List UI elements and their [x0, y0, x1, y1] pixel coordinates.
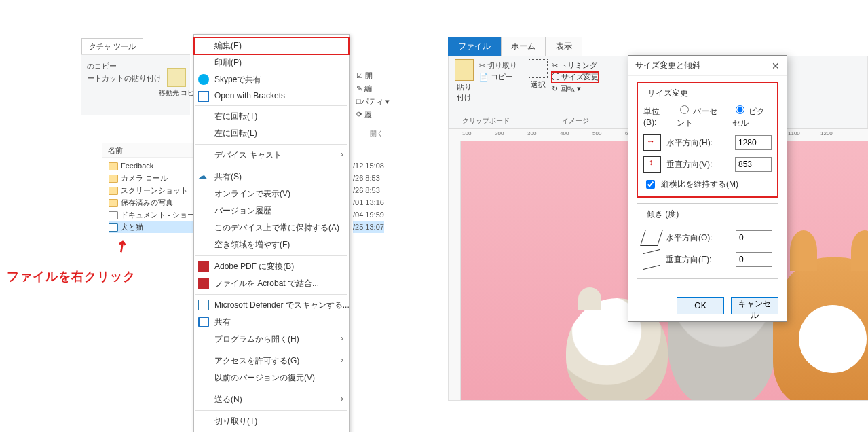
ruler-tick: 100	[462, 130, 471, 137]
move-folder-icon	[167, 68, 186, 87]
paint-window: ファイル ホーム 表示 貼り付け ✂ 切り取り 📄 コピー クリップボード	[448, 37, 868, 401]
context-menu-item[interactable]: Adobe PDF に変換(B)	[194, 258, 349, 275]
context-menu-item[interactable]: オンラインで表示(V)	[194, 185, 349, 202]
paste-icon	[455, 59, 474, 81]
resize-button[interactable]: ⛶ サイズ変更	[552, 72, 599, 82]
file-icon	[109, 211, 118, 219]
ok-button[interactable]: OK	[677, 297, 724, 314]
vertical-size-icon	[643, 156, 661, 173]
context-menu[interactable]: 編集(E)印刷(P)Skypeで共有Open with Brackets右に回転…	[193, 34, 350, 432]
copy-button[interactable]: 📄 コピー	[479, 72, 517, 82]
paste-button[interactable]: 貼り付け	[454, 82, 475, 103]
horizontal-size-icon	[643, 134, 661, 151]
file-icon	[109, 175, 118, 183]
ruler-tick: 200	[495, 130, 504, 137]
adobe-icon	[198, 261, 209, 272]
cancel-button[interactable]: キャンセル	[731, 297, 778, 314]
context-menu-item[interactable]: 切り取り(T)	[194, 413, 349, 430]
vertical-label: 垂直方向(V):	[666, 159, 730, 170]
context-menu-item[interactable]: 共有	[194, 314, 349, 331]
explorer-tool-tab[interactable]: クチャ ツール	[81, 38, 143, 55]
context-menu-item[interactable]: ファイルを Acrobat で結合...	[194, 275, 349, 292]
context-menu-item[interactable]: 左に回転(L)	[194, 125, 349, 142]
tab-view[interactable]: 表示	[546, 37, 582, 56]
file-icon	[109, 199, 118, 207]
cut-button[interactable]: ✂ 切り取り	[479, 60, 517, 71]
rotate-button[interactable]: ↻ 回転 ▾	[552, 84, 599, 94]
ribbon-image: 選択 ✂ トリミング ⛶ サイズ変更 ↻ 回転 ▾ イメージ	[523, 56, 628, 128]
context-menu-item[interactable]: 以前のバージョンの復元(V)	[194, 370, 349, 386]
tab-file[interactable]: ファイル	[448, 37, 501, 56]
ruler-tick: 1100	[788, 130, 800, 137]
resize-group: サイズ変更 単位(B): パーセント ピクセル 水平方向(H): 垂直方向(V)…	[637, 82, 778, 198]
file-date: /26 8:53	[353, 184, 384, 196]
dialog-close-button[interactable]: ✕	[772, 60, 780, 71]
annotation-arrow: ↗	[111, 236, 132, 257]
ribbon-open-label: 開く	[370, 129, 411, 139]
select-button[interactable]: 選択	[529, 79, 548, 90]
aspect-checkbox[interactable]	[646, 180, 655, 189]
vertical-input[interactable]	[735, 157, 772, 172]
horizontal-input[interactable]	[735, 135, 772, 150]
horizontal-label: 水平方向(H):	[666, 137, 730, 149]
ribbon-move-button[interactable]: 移動先 コピ	[156, 68, 197, 98]
context-menu-item[interactable]: バージョン履歴	[194, 202, 349, 219]
context-menu-item[interactable]: プログラムから開く(H)	[194, 331, 349, 348]
file-icon	[109, 223, 118, 232]
file-date: /12 15:08	[353, 160, 384, 172]
skew-group: 傾き (度) 水平方向(O): 垂直方向(E):	[637, 203, 778, 279]
adobe-icon	[198, 278, 209, 289]
skew-v-label: 垂直方向(E):	[666, 254, 730, 266]
ribbon-history-item[interactable]: ⟳ 履	[356, 109, 411, 120]
cloud-icon: ☁	[198, 171, 209, 182]
context-menu-item[interactable]: 印刷(P)	[194, 54, 349, 71]
skew-h-input[interactable]	[736, 230, 772, 245]
file-icon	[109, 162, 118, 170]
def-icon	[198, 300, 209, 310]
ribbon-open-item[interactable]: ☑ 開	[356, 71, 411, 81]
file-date: /25 13:07	[353, 221, 384, 233]
ruler-tick: 400	[560, 130, 569, 137]
resize-group-title: サイズ変更	[645, 88, 691, 99]
context-menu-item[interactable]: ☁共有(S)	[194, 168, 349, 185]
skew-v-icon	[643, 249, 660, 270]
unit-percent-radio[interactable]: パーセント	[677, 103, 723, 129]
ruler-tick: 300	[527, 130, 536, 137]
ruler-tick: 1200	[820, 130, 833, 137]
context-menu-item[interactable]: Skypeで共有	[194, 71, 349, 88]
context-menu-item[interactable]: 編集(E)	[194, 37, 349, 54]
unit-label: 単位(B):	[643, 106, 667, 127]
column-header-name[interactable]: 名前	[102, 143, 197, 158]
annotation-text: ファイルを右クリック	[7, 268, 136, 285]
file-date: /04 19:59	[353, 209, 384, 221]
tab-home[interactable]: ホーム	[501, 37, 546, 56]
context-menu-item[interactable]: アクセスを許可する(G)	[194, 353, 349, 370]
bracket-icon	[198, 91, 209, 102]
skype-icon	[198, 74, 209, 85]
unit-pixel-radio[interactable]: ピクセル	[732, 103, 772, 129]
context-menu-item[interactable]: デバイス キャスト	[194, 147, 349, 164]
paint-tabs: ファイル ホーム 表示	[448, 37, 868, 56]
canvas-corgi-shape	[773, 257, 868, 401]
ribbon-edit-item[interactable]: ✎ 編	[356, 84, 411, 94]
file-date: /01 13:16	[353, 196, 384, 209]
file-icon	[109, 187, 118, 195]
context-menu-item[interactable]: 空き領域を増やす(F)	[194, 236, 349, 253]
date-column: /12 15:08/26 8:53/26 8:53/01 13:16/04 19…	[353, 160, 384, 233]
ribbon-open-group: ☑ 開 ✎ 編 □パティ ▾ ⟳ 履 開く	[356, 68, 411, 139]
skew-v-input[interactable]	[736, 252, 772, 267]
context-menu-item[interactable]: Microsoft Defender でスキャンする...	[194, 297, 349, 314]
context-menu-item[interactable]: Open with Brackets	[194, 88, 349, 103]
context-menu-item[interactable]: 送る(N)	[194, 391, 349, 408]
file-date: /26 8:53	[353, 172, 384, 184]
aspect-label: 縦横比を維持する(M)	[661, 179, 738, 190]
context-menu-item[interactable]: 右に回転(T)	[194, 108, 349, 125]
ruler-tick: 500	[592, 130, 601, 137]
context-menu-item[interactable]: このデバイス上で常に保持する(A)	[194, 219, 349, 236]
clipboard-group-title: クリップボード	[454, 116, 517, 126]
trim-button[interactable]: ✂ トリミング	[552, 60, 599, 71]
ribbon-properties-item[interactable]: □パティ ▾	[356, 96, 411, 107]
share-icon	[198, 317, 209, 327]
image-group-title: イメージ	[529, 116, 622, 126]
dialog-title: サイズ変更と傾斜	[635, 60, 700, 71]
